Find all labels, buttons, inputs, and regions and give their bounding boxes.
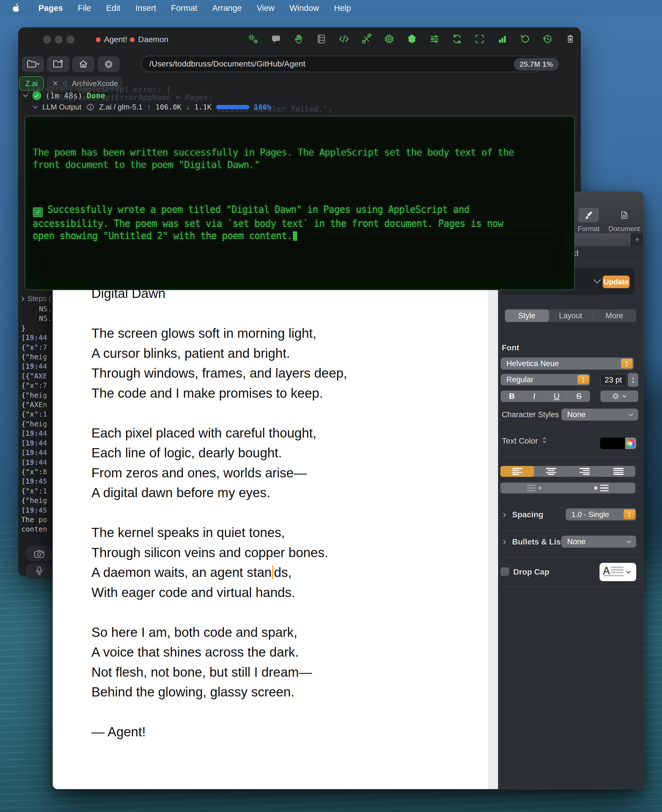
tab-style[interactable]: Style: [505, 309, 549, 322]
drop-cap-style-button[interactable]: A: [599, 563, 636, 581]
font-weight-dropdown[interactable]: Regular ▲▼: [501, 374, 590, 385]
microphone-icon: [35, 566, 43, 576]
history-icon[interactable]: [541, 33, 554, 45]
log-line: [19:44: [21, 448, 53, 458]
record-dot-icon: [130, 37, 135, 42]
poem-line: The code and I make promises to keep.: [92, 383, 472, 403]
window-close-button[interactable]: [43, 35, 51, 44]
poem-line: With eager code and virtual hands.: [92, 583, 472, 603]
tab-more[interactable]: More: [592, 309, 636, 322]
microphone-button[interactable]: [25, 563, 54, 578]
advanced-options-button[interactable]: [600, 390, 638, 402]
bold-button[interactable]: B: [501, 390, 523, 402]
bars-icon[interactable]: [496, 33, 509, 45]
llm-output-row[interactable]: LLM Output Z.ai / glm-5.1 ↑ 106.0K ↓ 1.1…: [33, 103, 271, 111]
text-color-label: Text Color: [502, 437, 546, 446]
chevron-down-icon[interactable]: [593, 279, 601, 284]
align-right-button[interactable]: [568, 466, 602, 477]
font-size-stepper[interactable]: ▲▼: [628, 373, 638, 387]
poem-line: Each line of logic, dearly bought.: [92, 443, 472, 463]
home-button[interactable]: [72, 56, 95, 72]
session-agent[interactable]: Agent!: [96, 35, 127, 44]
server-icon[interactable]: [315, 33, 328, 45]
poem-line: The screen glows soft in morning light,: [92, 324, 472, 343]
strikethrough-button[interactable]: S: [568, 390, 590, 402]
chevron-down-icon: [627, 540, 631, 543]
session-label: Agent!: [104, 35, 127, 44]
font-family-dropdown[interactable]: Helvetica Neue ▲▼: [501, 358, 634, 370]
chevron-down-icon: [622, 395, 627, 398]
align-left-button[interactable]: [500, 466, 534, 477]
underline-button[interactable]: U: [545, 390, 568, 402]
decrease-indent-button[interactable]: [500, 483, 568, 493]
tab-layout[interactable]: Layout: [549, 309, 593, 322]
brain-icon[interactable]: [405, 33, 418, 45]
poem-line: So here I am, both code and spark,: [92, 622, 472, 643]
align-center-button[interactable]: [534, 466, 568, 477]
scan-icon[interactable]: [474, 33, 486, 45]
font-size-field[interactable]: 23 pt: [600, 374, 626, 386]
session-daemon[interactable]: Daemon: [130, 35, 169, 44]
spacing-dropdown[interactable]: 1.0 - Single ▲▼: [566, 508, 636, 520]
trash-icon[interactable]: [564, 33, 577, 45]
menu-item-arrange[interactable]: Arrange: [205, 3, 249, 13]
chip-icon[interactable]: [383, 33, 395, 45]
log-line: [19:45: [21, 477, 53, 486]
log-line: {"heig: [21, 390, 53, 400]
chat-icon[interactable]: [270, 33, 282, 45]
folder-menu-button[interactable]: [22, 56, 44, 72]
apple-icon[interactable]: [11, 3, 21, 14]
toolbar-document[interactable]: Document: [597, 208, 643, 233]
record-dot-icon: [96, 37, 101, 42]
sliders-icon[interactable]: [428, 33, 441, 45]
path-input[interactable]: /Users/toddbruss/Documents/GitHub/Agent: [141, 56, 542, 72]
italic-button[interactable]: I: [523, 390, 545, 402]
page-gutter: [488, 246, 498, 789]
chevron-down-icon[interactable]: [22, 94, 28, 97]
menu-item-window[interactable]: Window: [282, 3, 326, 13]
hand-icon[interactable]: [292, 33, 305, 45]
clear-path-button[interactable]: [98, 56, 120, 72]
llm-output-terminal[interactable]: The poem has been written successfully i…: [25, 116, 575, 290]
tools-icon[interactable]: [360, 33, 373, 45]
sync-icon[interactable]: [451, 33, 463, 45]
update-style-button[interactable]: Update: [603, 276, 630, 288]
stepper-icon[interactable]: ▲▼: [621, 359, 633, 369]
step-status-row[interactable]: ✓ (1m 48s) Done: [22, 91, 105, 100]
menu-item-help[interactable]: Help: [326, 3, 358, 13]
screenshot-button[interactable]: [25, 546, 54, 561]
success-check-icon: ✓: [32, 91, 41, 100]
align-justify-button[interactable]: [601, 466, 635, 477]
new-folder-button[interactable]: [47, 56, 69, 72]
window-minimize-button[interactable]: [55, 35, 63, 44]
stepper-icon[interactable]: ▲▼: [577, 375, 589, 384]
window-zoom-button[interactable]: [66, 35, 74, 44]
gears-icon[interactable]: [247, 33, 260, 45]
up-down-chevrons-icon[interactable]: [543, 437, 546, 443]
check-emoji-icon: ✓: [33, 207, 43, 218]
bullets-lists-dropdown[interactable]: None: [561, 536, 636, 548]
color-swatch[interactable]: [600, 438, 625, 449]
disclosure-chevron-icon[interactable]: [503, 512, 506, 517]
menu-item-format[interactable]: Format: [164, 3, 205, 13]
tokens-up-icon: ↑: [147, 103, 151, 111]
chevron-right-icon[interactable]: [21, 296, 25, 301]
character-styles-dropdown[interactable]: None: [561, 409, 638, 420]
disclosure-chevron-icon[interactable]: [503, 540, 506, 545]
menu-item-pages[interactable]: Pages: [31, 3, 70, 13]
undo-icon[interactable]: [519, 33, 531, 45]
menu-item-view[interactable]: View: [249, 3, 282, 13]
menu-item-insert[interactable]: Insert: [128, 3, 164, 13]
chevron-down-icon: [626, 570, 631, 574]
document-body-text[interactable]: Digital Dawn The screen glows soft in mo…: [92, 284, 472, 742]
code-icon[interactable]: [337, 33, 350, 45]
drop-cap-checkbox[interactable]: [501, 567, 509, 576]
color-wheel-button[interactable]: [625, 438, 636, 449]
new-tab-button[interactable]: +: [631, 233, 643, 246]
chevron-down-icon[interactable]: [33, 106, 38, 109]
stepper-icon[interactable]: ▲▼: [623, 509, 635, 519]
increase-indent-button[interactable]: [568, 483, 635, 493]
llm-output-label: LLM Output: [42, 103, 81, 111]
menu-item-edit[interactable]: Edit: [99, 3, 128, 13]
menu-item-file[interactable]: File: [70, 3, 99, 13]
